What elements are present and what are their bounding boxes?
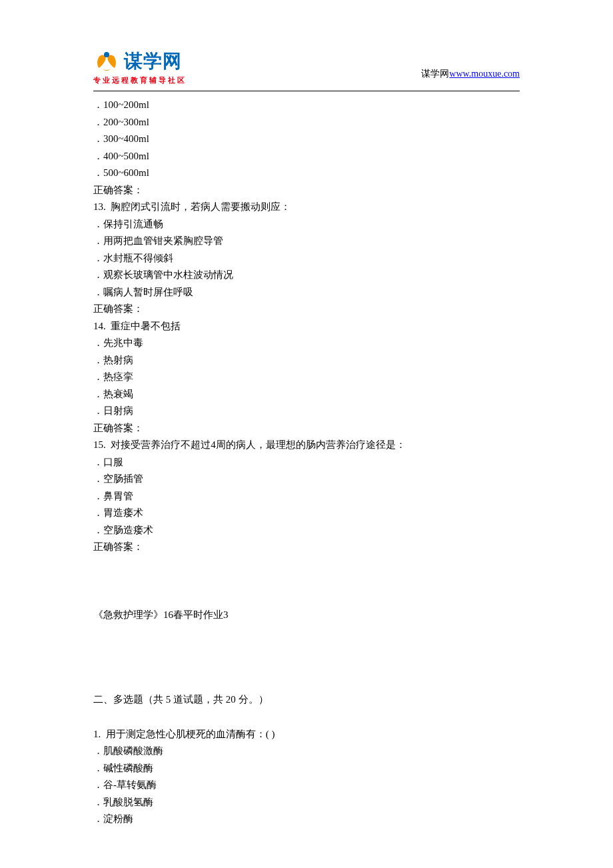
q15-option: ．空肠插管 — [93, 471, 520, 488]
logo-icon — [93, 49, 120, 73]
q13-option: ．水封瓶不得倾斜 — [93, 250, 520, 267]
q15-option: ．胃造瘘术 — [93, 505, 520, 522]
q13-option: ．嘱病人暂时屏住呼吸 — [93, 284, 520, 301]
q14-option: ．热射病 — [93, 352, 520, 369]
q15-title: 15. 对接受营养治疗不超过4周的病人，最理想的肠内营养治疗途径是： — [93, 437, 520, 454]
q14-option: ．日射病 — [93, 403, 520, 420]
logo-text: 谋学网 — [124, 49, 182, 74]
page-header: 谋学网 专业远程教育辅导社区 谋学网www.mouxue.com — [0, 0, 613, 85]
q12-option: ．200~300ml — [93, 114, 520, 131]
mq1-option: ．淀粉酶 — [93, 811, 520, 828]
q12-option: ．500~600ml — [93, 165, 520, 182]
assignment-title: 《急救护理学》16春平时作业3 — [93, 607, 520, 624]
logo-main-text: 谋学网 — [124, 51, 182, 71]
mq1-option: ．肌酸磷酸激酶 — [93, 743, 520, 760]
q13-title: 13. 胸腔闭式引流时，若病人需要搬动则应： — [93, 199, 520, 216]
document-content: ．100~200ml ．200~300ml ．300~400ml ．400~50… — [0, 91, 613, 828]
q14-option: ．先兆中毒 — [93, 335, 520, 352]
mq1-title: 1. 用于测定急性心肌梗死的血清酶有：( ) — [93, 726, 520, 743]
section2-title: 二、多选题（共 5 道试题，共 20 分。） — [93, 691, 520, 709]
q14-title: 14. 重症中暑不包括 — [93, 318, 520, 335]
mq1-option: ．谷-草转氨酶 — [93, 777, 520, 794]
q13-option: ．保持引流通畅 — [93, 216, 520, 233]
q12-option: ．400~500ml — [93, 148, 520, 165]
site-url-link[interactable]: www.mouxue.com — [449, 69, 520, 79]
q13-option: ．用两把血管钳夹紧胸腔导管 — [93, 233, 520, 250]
mq1-option: ．乳酸脱氢酶 — [93, 794, 520, 811]
q12-option: ．100~200ml — [93, 97, 520, 114]
q14-option: ．热痉挛 — [93, 369, 520, 386]
header-site-link: 谋学网www.mouxue.com — [421, 68, 520, 85]
svg-point-0 — [104, 52, 109, 57]
answer-label: 正确答案： — [93, 539, 520, 556]
answer-label: 正确答案： — [93, 301, 520, 318]
site-label: 谋学网 — [421, 69, 449, 79]
q15-option: ．鼻胃管 — [93, 488, 520, 505]
q15-option: ．口服 — [93, 454, 520, 471]
answer-label: 正确答案： — [93, 182, 520, 199]
q15-option: ．空肠造瘘术 — [93, 522, 520, 539]
logo-tagline: 专业远程教育辅导社区 — [93, 75, 187, 85]
mq1-option: ．碱性磷酸酶 — [93, 760, 520, 777]
answer-label: 正确答案： — [93, 420, 520, 437]
logo-top: 谋学网 — [93, 49, 182, 74]
q14-option: ．热衰竭 — [93, 386, 520, 403]
logo: 谋学网 专业远程教育辅导社区 — [93, 49, 187, 85]
q13-option: ．观察长玻璃管中水柱波动情况 — [93, 267, 520, 284]
q12-option: ．300~400ml — [93, 131, 520, 148]
